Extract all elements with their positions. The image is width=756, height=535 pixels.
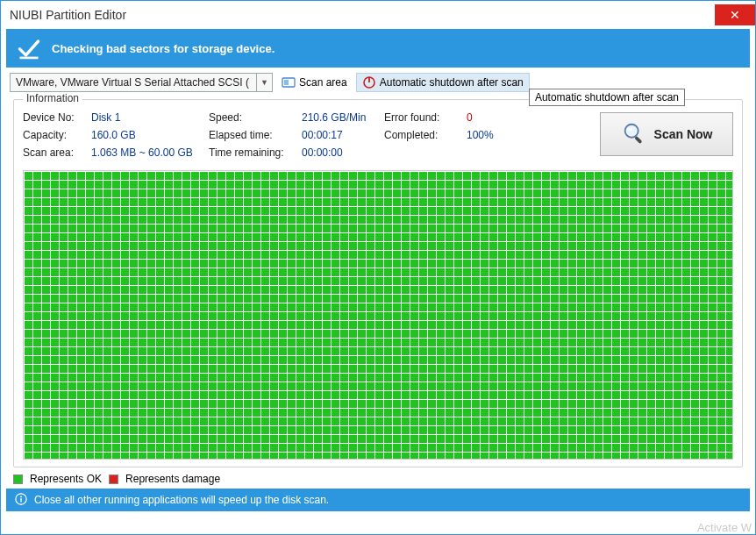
remaining-value: 00:00:00 — [302, 144, 343, 161]
scan-area-info-label: Scan area: — [23, 144, 86, 161]
svg-point-5 — [624, 124, 638, 137]
damage-swatch-icon — [109, 474, 118, 484]
speed-label: Speed: — [209, 109, 296, 126]
ok-swatch-icon — [13, 474, 23, 484]
titlebar: NIUBI Partition Editor ✕ — [1, 1, 755, 29]
sector-grid — [23, 170, 733, 460]
auto-shutdown-label: Automatic shutdown after scan — [380, 76, 524, 89]
close-icon: ✕ — [730, 8, 740, 22]
scan-area-button[interactable]: Scan area — [276, 73, 353, 92]
scan-now-button[interactable]: Scan Now — [600, 112, 733, 156]
svg-rect-7 — [634, 135, 642, 143]
window-title: NIUBI Partition Editor — [10, 8, 126, 22]
errors-label: Error found: — [384, 109, 461, 126]
remaining-label: Time remaining: — [209, 144, 296, 161]
information-legend: Information — [23, 92, 82, 104]
legend-row: Represents OK Represents damage — [1, 467, 755, 489]
status-banner: Checking bad sectors for storage device. — [6, 29, 750, 68]
auto-shutdown-toggle[interactable]: Automatic shutdown after scan — [356, 73, 530, 92]
footer-tip-text: Close all other running applications wil… — [34, 494, 329, 506]
chevron-down-icon: ▼ — [256, 74, 272, 91]
errors-value: 0 — [467, 109, 473, 126]
completed-value: 100% — [467, 126, 494, 144]
svg-rect-2 — [284, 80, 289, 85]
power-icon — [362, 75, 376, 89]
footer-tip: Close all other running applications wil… — [6, 489, 750, 511]
watermark: Activate W — [697, 521, 752, 534]
close-button[interactable]: ✕ — [715, 4, 755, 25]
info-icon — [15, 493, 27, 508]
capacity-label: Capacity: — [23, 126, 86, 144]
device-select-value: VMware, VMware Virtual S Serial Attached… — [11, 76, 256, 89]
capacity-value: 160.0 GB — [91, 126, 136, 144]
completed-label: Completed: — [384, 126, 461, 144]
damage-legend-label: Represents damage — [125, 473, 220, 485]
svg-rect-0 — [20, 57, 39, 60]
device-select[interactable]: VMware, VMware Virtual S Serial Attached… — [10, 73, 273, 92]
magnifier-icon — [621, 120, 647, 149]
scan-now-label: Scan Now — [654, 127, 713, 141]
scan-area-label: Scan area — [299, 76, 347, 89]
svg-rect-10 — [20, 498, 21, 502]
speed-value: 210.6 GB/Min — [302, 109, 366, 126]
scan-area-info-value: 1.063 MB ~ 60.00 GB — [91, 144, 193, 161]
device-no-label: Device No: — [23, 109, 86, 126]
elapsed-value: 00:00:17 — [302, 126, 343, 144]
svg-point-6 — [627, 127, 632, 131]
scan-area-icon — [282, 75, 296, 89]
toolbar: VMware, VMware Virtual S Serial Attached… — [1, 68, 755, 96]
banner-message: Checking bad sectors for storage device. — [52, 42, 275, 55]
device-no-value: Disk 1 — [91, 109, 120, 126]
elapsed-label: Elapsed time: — [209, 126, 296, 144]
information-panel: Information Device No:Disk 1 Capacity:16… — [13, 99, 743, 467]
tooltip: Automatic shutdown after scan — [529, 89, 685, 106]
ok-legend-label: Represents OK — [30, 473, 102, 485]
svg-point-9 — [20, 496, 22, 497]
checkmark-icon — [17, 36, 41, 61]
